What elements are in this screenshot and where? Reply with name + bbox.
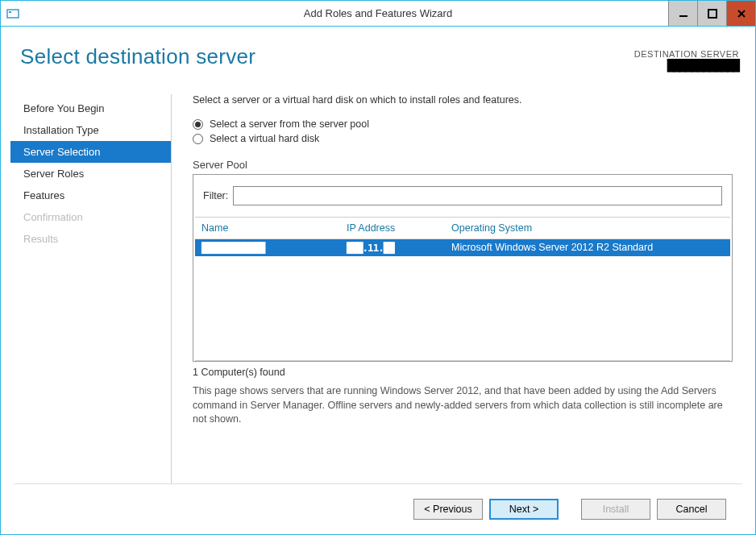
- install-button[interactable]: Install: [581, 499, 650, 520]
- table-row[interactable]: ███████████████.11.██Microsoft Windows S…: [195, 239, 730, 256]
- column-header-name[interactable]: Name: [201, 222, 347, 234]
- svg-rect-2: [679, 15, 687, 17]
- radio-option-1[interactable]: Select a virtual hard disk: [193, 133, 733, 144]
- column-header-os[interactable]: Operating System: [451, 222, 724, 234]
- destination-server-box: DESTINATION SERVER ████████████: [634, 44, 739, 72]
- wizard-sidebar: Before You BeginInstallation TypeServer …: [10, 94, 172, 483]
- radio-label: Select a server from the server pool: [210, 118, 369, 130]
- help-text: This page shows servers that are running…: [193, 384, 733, 427]
- svg-rect-0: [7, 10, 19, 18]
- radio-option-0[interactable]: Select a server from the server pool: [193, 118, 733, 130]
- filter-label: Filter:: [203, 190, 228, 201]
- wizard-footer: < Previous Next > Install Cancel: [14, 483, 742, 534]
- sidebar-item-results: Results: [10, 228, 171, 250]
- sidebar-item-before-you-begin[interactable]: Before You Begin: [10, 97, 171, 119]
- sidebar-item-confirmation: Confirmation: [10, 206, 171, 228]
- column-header-ip[interactable]: IP Address: [347, 222, 451, 234]
- destination-label: DESTINATION SERVER: [634, 49, 739, 59]
- cancel-button[interactable]: Cancel: [657, 499, 726, 520]
- sidebar-item-installation-type[interactable]: Installation Type: [10, 119, 171, 141]
- cell-ip: ███.11.██: [347, 242, 451, 254]
- window-title: Add Roles and Features Wizard: [304, 7, 452, 19]
- minimize-button[interactable]: [668, 1, 697, 26]
- next-button[interactable]: Next >: [489, 499, 559, 520]
- close-button[interactable]: [726, 1, 755, 26]
- wizard-window: Add Roles and Features Wizard Select des…: [0, 0, 756, 535]
- filter-row: Filter:: [193, 175, 732, 217]
- table-body: ███████████████.11.██Microsoft Windows S…: [195, 239, 730, 360]
- window-controls: [668, 1, 755, 26]
- titlebar: Add Roles and Features Wizard: [1, 1, 755, 27]
- content-area: Select destination server DESTINATION SE…: [1, 27, 755, 534]
- server-pool-box: Filter: Name IP Address Operating System…: [193, 174, 733, 362]
- previous-button[interactable]: < Previous: [413, 499, 483, 520]
- page-title: Select destination server: [20, 44, 255, 72]
- radio-icon: [193, 134, 203, 144]
- cell-os: Microsoft Windows Server 2012 R2 Standar…: [451, 242, 724, 254]
- server-pool-section: Filter: Name IP Address Operating System…: [193, 174, 733, 483]
- sidebar-item-features[interactable]: Features: [10, 185, 171, 206]
- radio-icon: [193, 119, 203, 130]
- server-table: Name IP Address Operating System ███████…: [195, 217, 730, 361]
- radio-label: Select a virtual hard disk: [210, 133, 319, 144]
- svg-rect-1: [9, 11, 11, 13]
- cell-name: ████████████: [201, 242, 347, 254]
- filter-input[interactable]: [233, 186, 722, 205]
- app-icon: [4, 5, 22, 23]
- destination-value: ████████████: [634, 59, 739, 72]
- source-radio-group: Select a server from the server poolSele…: [193, 118, 733, 147]
- main-panel: Select a server or a virtual hard disk o…: [172, 94, 746, 483]
- maximize-button[interactable]: [697, 1, 726, 26]
- server-pool-label: Server Pool: [193, 159, 733, 171]
- svg-rect-3: [708, 10, 717, 18]
- sidebar-item-server-selection[interactable]: Server Selection: [10, 141, 171, 163]
- table-header: Name IP Address Operating System: [195, 218, 730, 239]
- header-row: Select destination server DESTINATION SE…: [10, 36, 746, 72]
- instruction-text: Select a server or a virtual hard disk o…: [193, 94, 733, 106]
- computers-found-text: 1 Computer(s) found: [193, 367, 733, 378]
- sidebar-item-server-roles[interactable]: Server Roles: [10, 163, 171, 185]
- body-row: Before You BeginInstallation TypeServer …: [10, 94, 746, 483]
